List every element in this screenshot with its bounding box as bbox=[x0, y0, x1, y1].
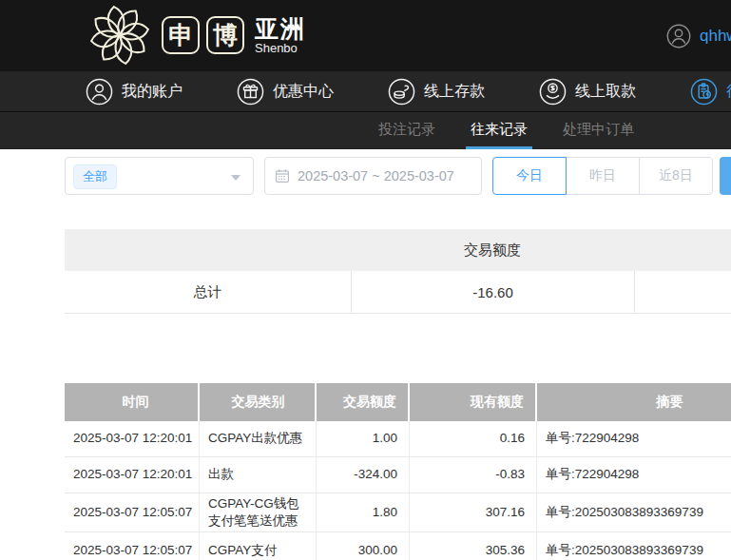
cell-time: 2025-03-07 12:05:07 bbox=[65, 532, 200, 560]
nav-item-my-account[interactable]: 我的账户 bbox=[86, 78, 183, 106]
summary-header-label: 交易额度 bbox=[351, 229, 634, 271]
cell-balance: 305.36 bbox=[410, 532, 537, 560]
table-row: 2025-03-07 12:05:07 CGPAY-CG钱包支付笔笔送优惠 1.… bbox=[65, 493, 731, 532]
column-header-balance: 现有额度 bbox=[410, 383, 537, 421]
records-table: 时间 交易类别 交易额度 现有额度 摘要 2025-03-07 12:20:01… bbox=[65, 383, 731, 560]
nav-item-promotions[interactable]: 优惠中心 bbox=[237, 78, 334, 106]
cell-type: 出款 bbox=[200, 457, 317, 492]
records-icon bbox=[690, 78, 718, 106]
user-account-area: qhhw bbox=[666, 24, 731, 48]
nav-item-online-deposit[interactable]: 线上存款 bbox=[388, 78, 485, 106]
summary-table-header: 交易额度 bbox=[65, 229, 731, 271]
cell-amount: 300.00 bbox=[317, 532, 410, 560]
today-button[interactable]: 今日 bbox=[492, 157, 567, 195]
cell-type: CGPAY出款优惠 bbox=[200, 421, 317, 456]
table-row: 2025-03-07 12:05:07 CGPAY支付 300.00 305.3… bbox=[65, 532, 731, 560]
cell-balance: 0.16 bbox=[410, 421, 537, 456]
nav-item-label: 往来记录 bbox=[726, 82, 731, 102]
calendar-icon bbox=[275, 168, 290, 183]
summary-total-label: 总计 bbox=[65, 271, 351, 313]
nav-item-label: 线上取款 bbox=[575, 82, 636, 102]
page: 申 博 亚洲 Shenbo qhhw bbox=[0, 0, 731, 560]
nav-item-label: 我的账户 bbox=[122, 82, 183, 102]
selected-filter-tag: 全部 bbox=[73, 164, 117, 189]
summary-table: 交易额度 总计 -16.60 bbox=[65, 229, 731, 314]
main-nav: 我的账户 优惠中心 bbox=[0, 71, 731, 111]
records-table-header: 时间 交易类别 交易额度 现有额度 摘要 bbox=[65, 383, 731, 421]
caret-down-icon bbox=[231, 175, 240, 181]
cell-time: 2025-03-07 12:20:01 bbox=[65, 457, 200, 492]
user-avatar-icon bbox=[666, 24, 691, 48]
date-range-input[interactable]: 2025-03-07 ~ 2025-03-07 bbox=[264, 157, 482, 195]
deposit-icon bbox=[388, 78, 415, 106]
column-header-summary: 摘要 bbox=[537, 383, 731, 421]
last-8-days-button[interactable]: 近8日 bbox=[639, 157, 713, 195]
cell-amount: -324.00 bbox=[317, 457, 410, 492]
cell-type: CGPAY-CG钱包支付笔笔送优惠 bbox=[200, 493, 317, 531]
cell-time: 2025-03-07 12:20:01 bbox=[65, 421, 200, 456]
column-header-time: 时间 bbox=[65, 383, 200, 421]
column-header-amount: 交易额度 bbox=[317, 383, 410, 421]
cell-time: 2025-03-07 12:05:07 bbox=[65, 493, 200, 531]
cell-type: CGPAY支付 bbox=[200, 532, 317, 560]
cell-amount: 1.80 bbox=[317, 493, 410, 531]
records-table-body: 2025-03-07 12:20:01 CGPAY出款优惠 1.00 0.16 … bbox=[65, 421, 731, 560]
logo-char-bo: 博 bbox=[206, 16, 244, 54]
type-filter-select[interactable]: 全部 bbox=[65, 157, 254, 195]
logo-char-shen: 申 bbox=[162, 16, 200, 54]
nav-item-label: 优惠中心 bbox=[273, 82, 334, 102]
column-header-type: 交易类别 bbox=[200, 383, 317, 421]
summary-total-value: -16.60 bbox=[351, 271, 634, 313]
cell-summary: 单号:722904298 bbox=[537, 457, 731, 492]
subnav-tab-transaction-records[interactable]: 往来记录 bbox=[466, 112, 532, 149]
summary-total-row: 总计 -16.60 bbox=[65, 271, 731, 314]
cell-balance: -0.83 bbox=[410, 457, 537, 492]
cell-balance: 307.16 bbox=[410, 493, 537, 531]
nav-item-transaction-records[interactable]: 往来记录 bbox=[690, 78, 731, 106]
summary-empty-cell bbox=[634, 271, 731, 313]
cell-summary: 单号:722904298 bbox=[537, 421, 731, 456]
table-row: 2025-03-07 12:20:01 CGPAY出款优惠 1.00 0.16 … bbox=[65, 421, 731, 457]
search-button[interactable] bbox=[720, 157, 731, 195]
cell-summary: 单号:202503083893369739 bbox=[537, 532, 731, 560]
withdraw-icon bbox=[539, 78, 567, 106]
nav-item-label: 线上存款 bbox=[424, 82, 485, 102]
table-row: 2025-03-07 12:20:01 出款 -324.00 -0.83 单号:… bbox=[65, 457, 731, 493]
date-range-value: 2025-03-07 ~ 2025-03-07 bbox=[298, 168, 454, 183]
logo[interactable]: 申 博 亚洲 Shenbo bbox=[87, 3, 306, 68]
logo-subtitle: Shenbo bbox=[255, 41, 306, 55]
sub-nav: 投注记录 往来记录 处理中订单 bbox=[0, 111, 731, 149]
account-icon bbox=[86, 78, 113, 106]
quick-date-buttons: 今日 昨日 近8日 bbox=[492, 157, 713, 195]
gift-icon bbox=[237, 78, 264, 106]
subnav-tab-processing-orders[interactable]: 处理中订单 bbox=[558, 112, 639, 149]
flower-logo-icon bbox=[87, 3, 152, 68]
cell-amount: 1.00 bbox=[317, 421, 410, 456]
top-header: 申 博 亚洲 Shenbo qhhw bbox=[0, 0, 731, 71]
subnav-tab-betting-records[interactable]: 投注记录 bbox=[374, 112, 440, 149]
logo-region-text: 亚洲 bbox=[255, 16, 306, 41]
yesterday-button[interactable]: 昨日 bbox=[566, 157, 640, 195]
username-link[interactable]: qhhw bbox=[700, 27, 731, 46]
nav-item-online-withdrawal[interactable]: 线上取款 bbox=[539, 78, 636, 106]
cell-summary: 单号:202503083893369739 bbox=[537, 493, 731, 531]
